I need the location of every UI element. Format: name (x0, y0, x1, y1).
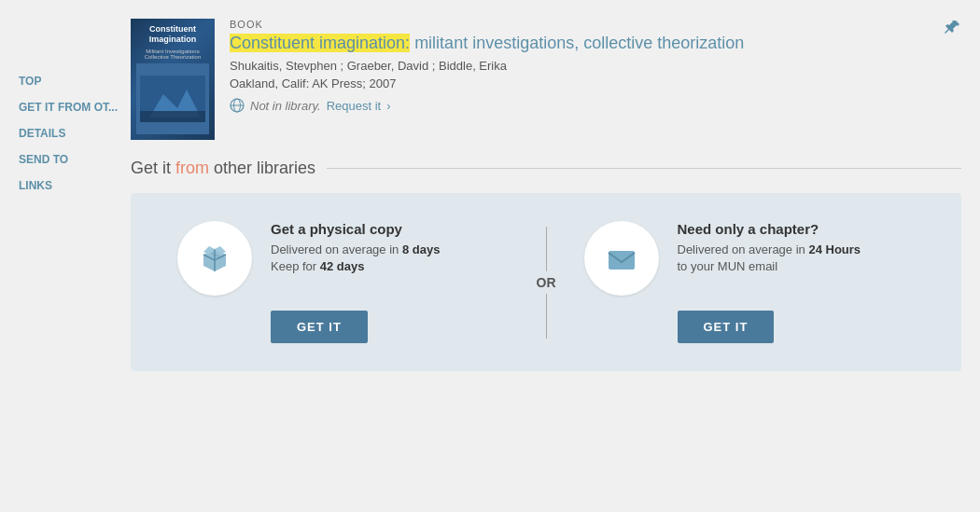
book-authors: Shukaitis, Stevphen ; Graeber, David ; B… (230, 59, 961, 73)
request-arrow: › (386, 99, 390, 113)
sidebar-item-links[interactable]: LINKS (19, 179, 131, 192)
book-title-rest: militant investigations, collective theo… (410, 34, 744, 52)
cover-subtitle: Militant Investigations Collective Theor… (136, 48, 209, 60)
physical-copy-option: Get a physical copy Delivered on average… (149, 221, 537, 343)
physical-copy-heading: Get a physical copy (271, 221, 440, 237)
section-divider-line (327, 168, 961, 169)
main-content: Constituent Imagination Militant Investi… (131, 0, 980, 512)
section-heading-rest: other libraries (209, 159, 315, 177)
availability-status: Not in library. (250, 99, 321, 113)
book-publisher: Oakland, Calif: AK Press; 2007 (230, 76, 961, 90)
cover-title: Constituent Imagination (136, 24, 209, 45)
chapter-delivery: Delivered on average in 24 Hours (678, 242, 861, 256)
book-title: Constituent imagination: militant invest… (230, 34, 961, 53)
physical-copy-icon (177, 221, 252, 296)
svg-rect-2 (140, 111, 205, 122)
svg-rect-6 (609, 251, 635, 270)
chapter-icon (584, 221, 659, 296)
physical-copy-delivery: Delivered on average in 8 days (271, 242, 440, 256)
book-cover: Constituent Imagination Militant Investi… (131, 19, 215, 140)
section-heading-colored: from (175, 159, 209, 177)
get-it-panel: Get a physical copy Delivered on average… (131, 193, 961, 371)
or-divider: OR (537, 227, 556, 339)
physical-copy-text: Get a physical copy Delivered on average… (271, 221, 440, 276)
section-heading-text: Get it from other libraries (131, 159, 315, 178)
sidebar-item-details[interactable]: DETAILS (19, 127, 131, 140)
pin-icon[interactable] (943, 19, 961, 42)
delivery-days: 8 days (402, 242, 440, 256)
book-info: BOOK Constituent imagination: militant i… (230, 19, 961, 140)
book-header: Constituent Imagination Militant Investi… (131, 19, 961, 140)
get-it-physical-button[interactable]: GET IT (271, 311, 368, 343)
request-it-link[interactable]: Request it (327, 99, 382, 113)
section-heading: Get it from other libraries (131, 159, 961, 178)
keep-days: 42 days (320, 259, 365, 273)
book-availability: Not in library. Request it › (230, 98, 961, 113)
or-text: OR (537, 271, 556, 294)
sidebar-item-top[interactable]: TOP (19, 75, 131, 88)
physical-copy-keep: Keep for 42 days (271, 259, 440, 273)
book-type-label: BOOK (230, 19, 961, 30)
chapter-heading: Need only a chapter? (678, 221, 861, 237)
chapter-text: Need only a chapter? Delivered on averag… (678, 221, 861, 276)
sidebar-item-get-it-from-other[interactable]: GET IT FROM OT... (19, 101, 131, 114)
section-heading-plain: Get it (131, 159, 175, 177)
sidebar: TOP GET IT FROM OT... DETAILS SEND TO LI… (0, 0, 131, 512)
delivery-hours: 24 Hours (808, 242, 861, 256)
cover-image-area (136, 63, 209, 134)
book-title-highlighted: Constituent imagination: (230, 34, 410, 52)
chapter-option: Need only a chapter? Delivered on averag… (556, 221, 944, 343)
globe-icon (230, 98, 245, 113)
chapter-email: to your MUN email (678, 259, 861, 273)
sidebar-item-send-to[interactable]: SEND TO (19, 153, 131, 166)
get-it-chapter-button[interactable]: GET IT (678, 311, 775, 343)
